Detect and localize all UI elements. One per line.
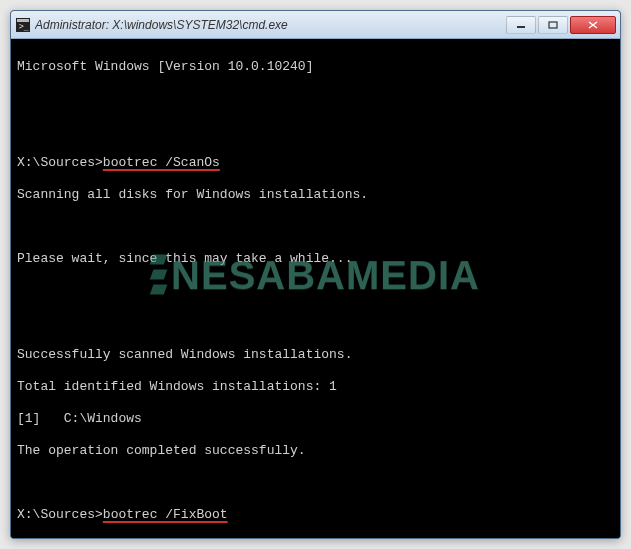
cmd-window: >_ Administrator: X:\windows\SYSTEM32\cm… [10, 10, 621, 539]
svg-text:>_: >_ [19, 22, 29, 31]
terminal-line: X:\Sources>bootrec /ScanOs [17, 155, 614, 171]
terminal-line [17, 123, 614, 139]
terminal-line: Microsoft Windows [Version 10.0.10240] [17, 59, 614, 75]
close-button[interactable] [570, 16, 616, 34]
terminal-line [17, 283, 614, 299]
terminal-line: The operation completed successfully. [17, 443, 614, 459]
terminal-line [17, 475, 614, 491]
window-title: Administrator: X:\windows\SYSTEM32\cmd.e… [35, 18, 506, 32]
terminal-line: X:\Sources>bootrec /FixBoot [17, 507, 614, 523]
terminal-line: Successfully scanned Windows installatio… [17, 347, 614, 363]
terminal-line: Scanning all disks for Windows installat… [17, 187, 614, 203]
window-controls [506, 16, 616, 34]
cmd-scanos: bootrec /ScanOs [103, 155, 220, 170]
terminal-line: Total identified Windows installations: … [17, 379, 614, 395]
terminal-line [17, 219, 614, 235]
terminal-line: [1] C:\Windows [17, 411, 614, 427]
svg-rect-3 [517, 26, 525, 28]
terminal-line [17, 315, 614, 331]
cmd-icon: >_ [15, 17, 31, 33]
cmd-fixboot: bootrec /FixBoot [103, 507, 228, 522]
terminal-line: Please wait, since this may take a while… [17, 251, 614, 267]
titlebar: >_ Administrator: X:\windows\SYSTEM32\cm… [11, 11, 620, 39]
terminal-line [17, 91, 614, 107]
maximize-button[interactable] [538, 16, 568, 34]
minimize-button[interactable] [506, 16, 536, 34]
terminal-body[interactable]: Microsoft Windows [Version 10.0.10240] X… [11, 39, 620, 538]
svg-rect-4 [549, 22, 557, 28]
